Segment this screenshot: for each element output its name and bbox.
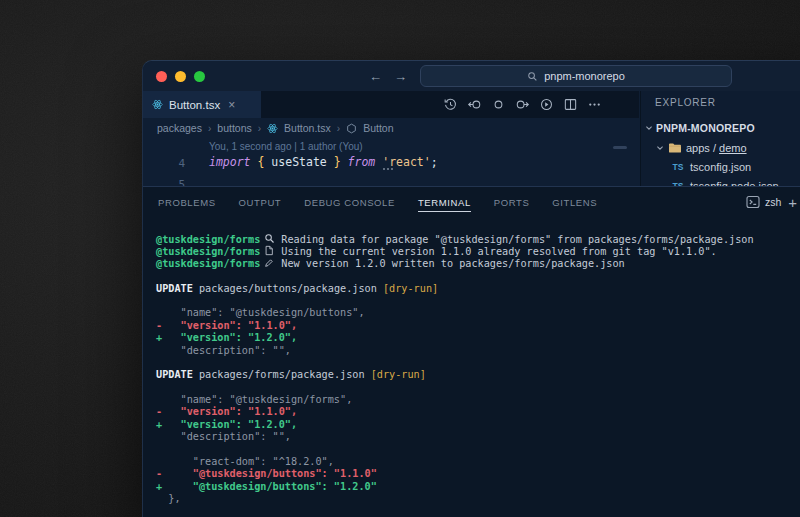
next-change-icon[interactable] [515, 97, 530, 112]
terminal-text: UPDATE [156, 283, 193, 294]
terminal-line: @tuskdesign/formsReading data for packag… [156, 233, 800, 245]
terminal-line: - "version": "1.1.0", [156, 320, 800, 332]
code-token: useState [271, 155, 326, 169]
editor-tab-bar: Button.tsx × [143, 91, 639, 118]
sidebar-item-root[interactable]: PNPM-MONOREPO [641, 118, 800, 137]
terminal-line: "react-dom": "^18.2.0", [156, 456, 800, 468]
history-nav: ← → [369, 61, 407, 91]
breadcrumb-item-button-tsx[interactable]: Button.tsx [284, 122, 331, 134]
terminal-line: UPDATE packages/buttons/package.json [dr… [156, 283, 800, 295]
minimize-window-button[interactable] [175, 71, 186, 82]
react-icon [152, 99, 163, 110]
forward-button[interactable]: → [394, 69, 407, 84]
code-editor[interactable]: You, 1 second ago | 1 author (You) 4 imp… [143, 138, 639, 186]
terminal-line [156, 270, 800, 282]
terminal-text: + "@tuskdesign/buttons": "1.2.0" [156, 481, 377, 492]
run-icon[interactable] [539, 97, 554, 112]
history-icon[interactable] [443, 97, 458, 112]
back-button[interactable]: ← [369, 69, 382, 84]
panel-tab-problems[interactable]: PROBLEMS [158, 197, 216, 208]
split-editor-icon[interactable] [563, 97, 578, 112]
sidebar-item-apps-demo[interactable]: apps / demo [641, 138, 800, 157]
breadcrumb-item-button[interactable]: Button [363, 122, 393, 134]
code-token: 'react' [382, 155, 430, 169]
shell-selector[interactable]: zsh [746, 195, 781, 209]
panel-tab-bar: PROBLEMSOUTPUTDEBUG CONSOLETERMINALPORTS… [158, 187, 597, 217]
tab-button-tsx[interactable]: Button.tsx × [143, 91, 261, 118]
code-token: } [334, 155, 341, 169]
breadcrumb-separator: › [208, 123, 211, 134]
editor-column: Button.tsx × [143, 91, 639, 186]
breadcrumb-separator: › [337, 123, 340, 134]
breadcrumb: packages›buttons›Button.tsx›Button [143, 118, 639, 138]
panel-tab-debug-console[interactable]: DEBUG CONSOLE [304, 197, 395, 208]
code-token: import [209, 155, 251, 169]
terminal-line: UPDATE packages/forms/package.json [dry-… [156, 369, 800, 381]
more-actions-icon[interactable] [587, 97, 602, 112]
window-titlebar: ← → pnpm-monorepo [143, 61, 800, 91]
terminal-text: - "@tuskdesign/buttons": "1.1.0" [156, 468, 377, 479]
react-icon [267, 123, 278, 134]
terminal-text: @tuskdesign/forms [156, 234, 260, 245]
line-number: 5 [143, 178, 185, 186]
editor-scrollbar-thumb[interactable] [613, 146, 627, 149]
file-list: TStsconfig.jsonTStsconfig.node.json [641, 157, 800, 186]
folder-label: apps / demo [686, 142, 747, 154]
chevron-down-icon [656, 144, 664, 152]
terminal-line: + "@tuskdesign/buttons": "1.2.0" [156, 481, 800, 493]
folder-icon [668, 142, 682, 154]
workspace-root-label: PNPM-MONOREPO [656, 122, 755, 134]
breadcrumb-item-packages[interactable]: packages [157, 122, 202, 134]
terminal-text: + "version": "1.2.0", [156, 332, 297, 343]
terminal-text: }, [156, 493, 181, 504]
folder-label-demo: demo [719, 142, 747, 154]
panel-tab-gitlens[interactable]: GITLENS [552, 197, 597, 208]
terminal-line: "name": "@tuskdesign/forms", [156, 394, 800, 406]
terminal-text: [dry-run] [383, 283, 438, 294]
breadcrumb-item-buttons[interactable]: buttons [217, 122, 251, 134]
code-token: ; [431, 155, 438, 169]
command-center-search[interactable]: pnpm-monorepo [420, 65, 732, 87]
explorer-header: EXPLORER [655, 97, 716, 108]
terminal-text: packages/forms/package.json [193, 369, 371, 380]
terminal-text: + "version": "1.2.0", [156, 419, 297, 430]
current-change-icon[interactable] [491, 97, 506, 112]
sidebar-item-tsconfig-json[interactable]: TStsconfig.json [641, 157, 800, 176]
terminal-output[interactable]: @tuskdesign/formsReading data for packag… [143, 217, 800, 517]
terminal-text: @tuskdesign/forms [156, 258, 260, 269]
search-icon [527, 71, 538, 82]
terminal-text: UPDATE [156, 369, 193, 380]
terminal-line [156, 444, 800, 456]
shell-label: zsh [765, 196, 781, 208]
close-tab-icon[interactable]: × [228, 98, 235, 112]
terminal-line: - "version": "1.1.0", [156, 406, 800, 418]
typescript-icon: TS [671, 162, 685, 172]
terminal-text: @tuskdesign/forms [156, 246, 260, 257]
panel-tab-output[interactable]: OUTPUT [239, 197, 282, 208]
terminal-text: packages/buttons/package.json [193, 283, 383, 294]
file-label: tsconfig.json [690, 161, 751, 173]
gitlens-blame-annotation: You, 1 second ago | 1 author (You) [209, 141, 363, 152]
terminal-line [156, 295, 800, 307]
close-window-button[interactable] [156, 71, 167, 82]
terminal-line: "description": "", [156, 345, 800, 357]
panel-tab-terminal[interactable]: TERMINAL [418, 197, 471, 212]
terminal-line: @tuskdesign/formsNew version 1.2.0 writt… [156, 258, 800, 270]
terminal-text: "description": "", [156, 431, 291, 442]
terminal-panel: PROBLEMSOUTPUTDEBUG CONSOLETERMINALPORTS… [143, 186, 800, 517]
magnifier-icon [264, 233, 278, 243]
window-controls [156, 61, 205, 91]
new-terminal-button[interactable]: + [788, 194, 797, 211]
sidebar-item-tsconfig-node-json[interactable]: TStsconfig.node.json [641, 176, 800, 186]
vscode-window: ← → pnpm-monorepo Button.tsx × [142, 60, 800, 517]
zoom-window-button[interactable] [194, 71, 205, 82]
terminal-text: [dry-run] [371, 369, 426, 380]
pencil-icon [264, 258, 278, 268]
explorer-sidebar: EXPLORER PNPM-MONOREPO apps / demo TStsc… [640, 91, 800, 186]
prev-change-icon[interactable] [467, 97, 482, 112]
terminal-controls: zsh + [746, 187, 797, 217]
terminal-text: "react-dom": "^18.2.0", [156, 456, 334, 467]
editor-actions-toolbar [443, 91, 602, 118]
code-token [341, 155, 348, 169]
panel-tab-ports[interactable]: PORTS [494, 197, 530, 208]
